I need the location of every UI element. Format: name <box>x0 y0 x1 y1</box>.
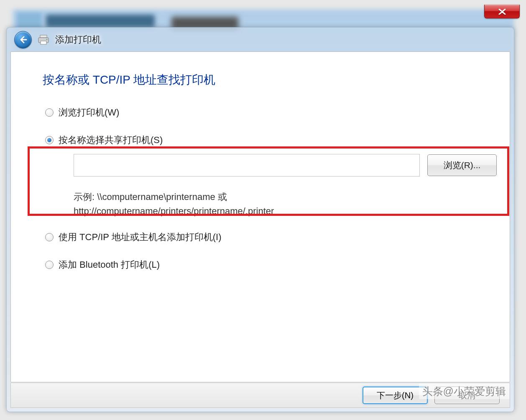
close-icon <box>498 9 506 15</box>
option-label: 浏览打印机(W) <box>59 106 119 119</box>
wizard-window: 添加打印机 按名称或 TCP/IP 地址查找打印机 浏览打印机(W) 按名称选择… <box>6 27 514 412</box>
radio-select-by-name[interactable] <box>45 136 54 144</box>
wizard-body: 按名称或 TCP/IP 地址查找打印机 浏览打印机(W) 按名称选择共享打印机(… <box>10 51 510 382</box>
wizard-header: 添加打印机 <box>7 28 514 51</box>
next-button[interactable]: 下一步(N) <box>363 387 428 404</box>
browse-button[interactable]: 浏览(R)... <box>427 154 497 176</box>
background-blur <box>17 13 42 29</box>
cancel-button[interactable]: 取消 <box>434 387 500 404</box>
example-line2: http://computername/printers/printername… <box>74 206 274 216</box>
option-use-tcpip[interactable]: 使用 TCP/IP 地址或主机名添加打印机(I) <box>45 231 497 243</box>
svg-rect-0 <box>40 35 47 38</box>
option-add-bluetooth[interactable]: 添加 Bluetooth 打印机(L) <box>45 259 497 271</box>
example-text: 示例: \\computername\printername 或 http://… <box>74 190 497 218</box>
back-button[interactable] <box>14 31 32 49</box>
option-label: 使用 TCP/IP 地址或主机名添加打印机(I) <box>59 231 222 243</box>
option-select-by-name[interactable]: 按名称选择共享打印机(S) <box>45 134 497 146</box>
arrow-left-icon <box>18 35 28 44</box>
radio-use-tcpip[interactable] <box>45 233 54 241</box>
svg-rect-2 <box>41 41 46 44</box>
option-label: 添加 Bluetooth 打印机(L) <box>59 259 160 271</box>
example-prefix: 示例: <box>74 192 97 202</box>
page-heading: 按名称或 TCP/IP 地址查找打印机 <box>43 72 215 88</box>
wizard-footer: 下一步(N) 取消 <box>10 383 510 408</box>
printer-icon <box>38 35 49 45</box>
option-label: 按名称选择共享打印机(S) <box>59 134 163 146</box>
radio-browse-printers[interactable] <box>45 108 54 117</box>
wizard-title: 添加打印机 <box>55 33 101 46</box>
window-close-button[interactable] <box>484 5 520 18</box>
printer-name-input[interactable] <box>74 154 420 177</box>
option-browse-printers[interactable]: 浏览打印机(W) <box>45 106 497 119</box>
background-blur <box>46 15 155 27</box>
radio-add-bluetooth[interactable] <box>45 261 54 269</box>
svg-point-3 <box>46 38 48 40</box>
options-group: 浏览打印机(W) 按名称选择共享打印机(S) 浏览(R)... 示例: \\co… <box>45 106 497 286</box>
example-line1: \\computername\printername 或 <box>97 192 227 202</box>
